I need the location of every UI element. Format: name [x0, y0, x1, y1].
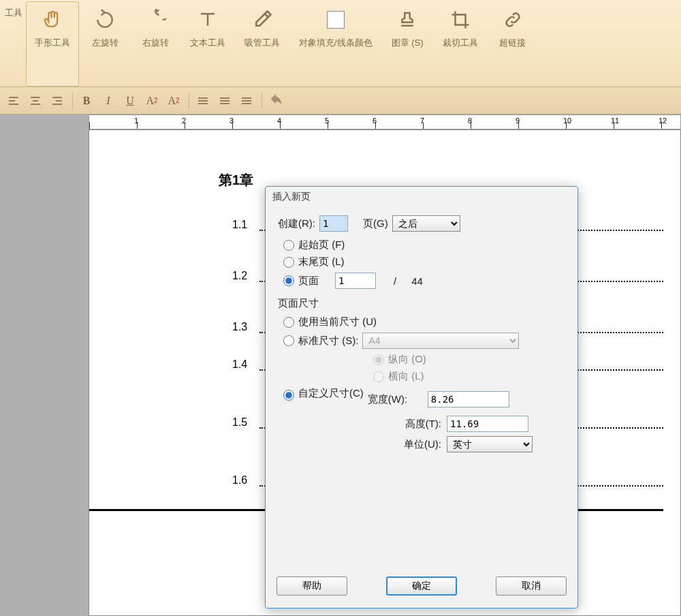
unit-select[interactable]: 英寸	[447, 436, 533, 452]
custom-radio[interactable]	[283, 390, 294, 401]
fill-color-button[interactable]: 对象填充/线条颜色	[290, 1, 381, 87]
rotate-right-icon	[143, 7, 168, 32]
link-icon	[501, 7, 525, 32]
help-button[interactable]: 帮助	[276, 576, 347, 596]
tool-btn-generic[interactable]: 工具	[3, 1, 25, 87]
main-toolbar: 工具 手形工具 左旋转 右旋转 文本工具 吸管工具 对象填充/线条颜色	[0, 0, 681, 87]
unit-label: 单位(U):	[278, 438, 441, 451]
cancel-button[interactable]: 取消	[496, 576, 567, 596]
dialog-title: 插入新页	[266, 187, 577, 207]
first-page-radio[interactable]	[283, 240, 294, 251]
crop-button[interactable]: 裁切工具	[434, 1, 487, 87]
page-number-input[interactable]	[335, 273, 376, 289]
last-page-radio[interactable]	[283, 257, 294, 268]
toc-item: 1.3	[232, 321, 259, 333]
italic-button[interactable]: I	[100, 93, 116, 109]
subscript-button[interactable]: A2	[165, 93, 182, 109]
page-radio[interactable]	[283, 275, 294, 286]
portrait-label: 纵向 (O)	[388, 353, 426, 366]
width-label: 宽度(W):	[368, 393, 422, 406]
hyperlink-button[interactable]: 超链接	[488, 1, 537, 87]
ok-button[interactable]: 确定	[386, 576, 457, 596]
standard-radio[interactable]	[283, 335, 294, 346]
text-tool-button[interactable]: 文本工具	[181, 1, 234, 87]
height-label: 高度(T):	[278, 418, 441, 431]
list-icon-2[interactable]	[217, 93, 233, 109]
first-page-label: 起始页 (F)	[298, 238, 345, 251]
height-input[interactable]	[447, 416, 528, 432]
list-icon-3[interactable]	[238, 93, 255, 109]
list-icon-1[interactable]	[195, 93, 211, 109]
toc-item: 1.6	[232, 474, 259, 487]
align-center-icon[interactable]	[27, 93, 44, 109]
toc-item: 1.2	[232, 270, 259, 282]
chapter-heading: 第1章	[219, 171, 253, 189]
hand-icon	[40, 7, 65, 32]
crop-icon	[448, 7, 473, 32]
eyedropper-button[interactable]: 吸管工具	[236, 1, 289, 87]
page-suffix-label: 页(G)	[363, 217, 388, 230]
landscape-radio	[373, 371, 384, 382]
portrait-radio	[373, 354, 384, 365]
format-toolbar: B I U A2 A2	[0, 87, 681, 114]
text-icon	[195, 7, 220, 32]
total-pages: 44	[411, 275, 423, 287]
position-select[interactable]: 之后	[392, 215, 460, 232]
hand-tool-button[interactable]: 手形工具	[26, 1, 79, 87]
toc-item: 1.5	[232, 416, 259, 429]
eyedropper-icon	[250, 7, 274, 32]
last-page-label: 末尾页 (L)	[298, 256, 345, 268]
page-size-section-label: 页面尺寸	[278, 297, 565, 310]
page-label: 页面	[298, 275, 319, 288]
create-label: 创建(R):	[278, 217, 315, 230]
standard-label: 标准尺寸 (S):	[298, 335, 358, 348]
use-current-label: 使用当前尺寸 (U)	[298, 315, 377, 328]
rotate-right-button[interactable]: 右旋转	[131, 1, 180, 87]
use-current-radio[interactable]	[283, 317, 294, 328]
rotate-left-button[interactable]: 左旋转	[80, 1, 129, 87]
undo-button[interactable]	[268, 93, 284, 109]
custom-label: 自定义尺寸(C)	[298, 387, 364, 400]
create-count-input[interactable]	[319, 215, 348, 232]
superscript-button[interactable]: A2	[144, 93, 160, 109]
stamp-button[interactable]: 图章 (S)	[383, 1, 432, 87]
color-swatch-icon	[323, 7, 348, 32]
toc-item: 1.1	[232, 219, 259, 231]
stamp-icon	[395, 7, 419, 32]
landscape-label: 横向 (L)	[388, 370, 424, 383]
width-input[interactable]	[428, 391, 509, 407]
toc-item: 1.4	[232, 358, 259, 371]
bold-button[interactable]: B	[78, 93, 95, 109]
rotate-left-icon	[93, 7, 117, 32]
align-left-icon[interactable]	[5, 93, 22, 109]
ruler: 1 2 3 4 5 6 7 8 9 10 11 12	[89, 114, 681, 129]
align-right-icon[interactable]	[49, 93, 65, 109]
underline-button[interactable]: U	[122, 93, 138, 109]
insert-page-dialog: 插入新页 创建(R): 页(G) 之后 起始页 (F) 末尾页 (L) 页面 /…	[265, 186, 578, 609]
page-separator: /	[394, 275, 396, 287]
standard-size-select[interactable]: A4	[362, 333, 519, 349]
